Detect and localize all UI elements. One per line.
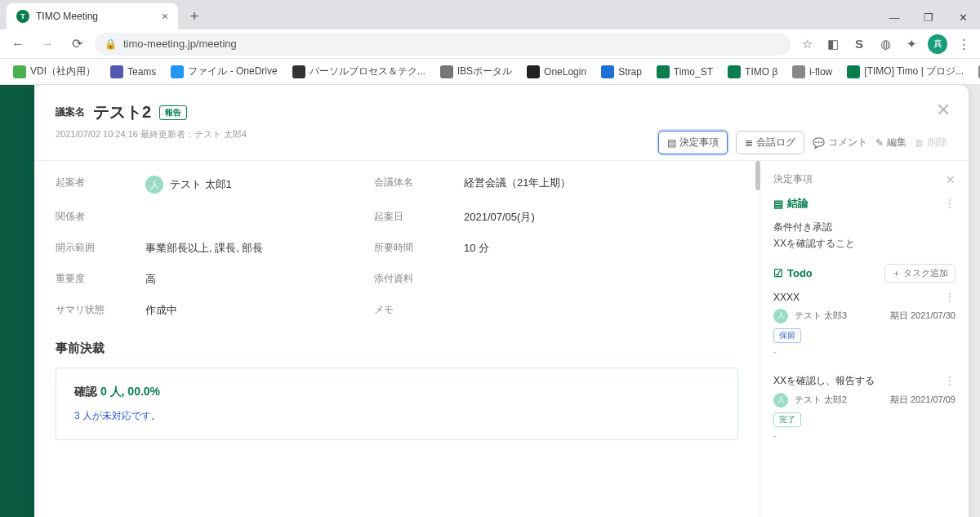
- add-task-button[interactable]: ＋ タスク追加: [884, 264, 956, 283]
- todo-heading: ☑ Todo: [773, 267, 813, 279]
- agenda-title: テスト2: [93, 101, 151, 123]
- report-badge: 報告: [159, 105, 187, 120]
- todo-item[interactable]: XXを確認し、報告する⋮人テスト 太郎2期日 2021/07/09完了-: [773, 374, 956, 450]
- extension-icon-2[interactable]: S: [849, 34, 869, 54]
- bookmark-item[interactable]: パーソルプロセス＆テク...: [287, 61, 430, 82]
- window-minimize-button[interactable]: —: [877, 5, 911, 29]
- todo-menu-icon[interactable]: ⋮: [944, 374, 956, 387]
- window-maximize-button[interactable]: ❐: [911, 5, 946, 29]
- window-close-button[interactable]: ✕: [946, 5, 980, 29]
- bookmark-favicon-icon: [601, 65, 614, 78]
- duration-value: 10 分: [464, 241, 738, 256]
- new-tab-button[interactable]: +: [183, 5, 206, 28]
- decision-items-button[interactable]: ▤ 決定事項: [658, 131, 728, 154]
- list-icon: ▤: [667, 137, 676, 149]
- bookmark-favicon-icon: [110, 65, 123, 78]
- panel-scrollbar[interactable]: [755, 161, 760, 190]
- bookmark-favicon-icon: [847, 65, 860, 78]
- url-input[interactable]: 🔒 timo-meeting.jp/meeting: [95, 33, 791, 56]
- bookmark-favicon-icon: [171, 65, 184, 78]
- bookmark-favicon-icon: [440, 65, 453, 78]
- todo-title: XXを確認し、報告する: [773, 374, 875, 388]
- conversation-log-button[interactable]: ≣ 会話ログ: [736, 131, 804, 154]
- nav-back-button[interactable]: ←: [7, 33, 29, 56]
- bookmark-label: OneLogin: [544, 66, 586, 78]
- bookmark-label: ファイル - OneDrive: [188, 65, 277, 78]
- bookmark-favicon-icon: [292, 65, 305, 78]
- delete-button[interactable]: 🗑 削除: [915, 136, 947, 149]
- user-avatar-icon: 人: [773, 309, 788, 323]
- bookmark-item[interactable]: IBSポータル: [435, 61, 517, 82]
- related-value: [145, 210, 358, 225]
- bookmark-favicon-icon: [657, 65, 670, 78]
- proposal-date-label: 起案日: [374, 210, 448, 225]
- conclusion-menu-icon[interactable]: ⋮: [944, 197, 956, 210]
- sidebar-item[interactable]: [0, 85, 34, 118]
- nav-forward-button[interactable]: →: [36, 33, 59, 56]
- url-text: timo-meeting.jp/meeting: [123, 38, 237, 50]
- comment-icon: 💬: [813, 137, 825, 149]
- proposal-date-value: 2021/07/05(月): [464, 210, 738, 225]
- todo-status-chip: 完了: [773, 412, 801, 427]
- log-icon: ≣: [745, 137, 753, 149]
- todo-menu-icon[interactable]: ⋮: [944, 291, 956, 304]
- bookmark-label: Teams: [127, 66, 156, 78]
- bookmark-label: [TIMO] Timo | プロジ...: [864, 65, 964, 78]
- favicon-icon: T: [16, 10, 29, 23]
- agenda-label: 議案名: [56, 105, 85, 119]
- close-icon[interactable]: ✕: [936, 100, 951, 121]
- nav-reload-button[interactable]: ⟳: [65, 33, 88, 56]
- predecision-title: 事前決裁: [56, 341, 738, 356]
- scope-label: 開示範囲: [56, 241, 129, 256]
- confirmation-count: 確認 0 人, 00.0%: [74, 385, 719, 399]
- conclusion-body: 条件付き承認 XXを確認すること: [773, 219, 956, 252]
- extensions-puzzle-icon[interactable]: ✦: [902, 34, 921, 54]
- side-panel: 決定事項 ✕ ▤ 結論 ⋮ 条件付き承認 XXを確認すること ☑: [760, 161, 969, 517]
- todo-item[interactable]: XXXX⋮人テスト 太郎3期日 2021/07/30保留-: [773, 291, 956, 366]
- bookmark-item[interactable]: i-flow: [787, 62, 837, 82]
- bookmark-favicon-icon: [728, 65, 741, 78]
- bookmark-label: VDI（社内用）: [30, 65, 96, 78]
- close-panel-icon[interactable]: ✕: [946, 173, 956, 186]
- bookmark-item[interactable]: Strap: [596, 62, 647, 82]
- bookmark-item[interactable]: OneLogin: [522, 62, 591, 82]
- pencil-icon: ✎: [875, 137, 884, 149]
- bookmark-item[interactable]: VDI（社内用）: [8, 61, 100, 82]
- priority-label: 重要度: [56, 272, 129, 287]
- memo-label: メモ: [374, 303, 448, 318]
- bookmark-item[interactable]: TIMO β: [723, 62, 782, 82]
- attachment-value: [464, 272, 738, 287]
- check-icon: ☑: [773, 267, 783, 279]
- related-label: 関係者: [56, 210, 129, 225]
- edit-button[interactable]: ✎ 編集: [875, 136, 906, 149]
- bookmark-item[interactable]: Timo_ST: [652, 62, 718, 82]
- profile-avatar-button[interactable]: 真: [928, 34, 947, 54]
- lock-icon: 🔒: [105, 38, 117, 50]
- bookmark-item[interactable]: HITOタレ: [973, 61, 980, 82]
- browser-tab[interactable]: T TIMO Meeting ×: [7, 3, 178, 29]
- bookmark-item[interactable]: ファイル - OneDrive: [166, 61, 282, 82]
- user-avatar-icon: 人: [145, 176, 163, 194]
- bookmark-favicon-icon: [13, 65, 26, 78]
- bookmark-favicon-icon: [792, 65, 805, 78]
- bookmark-label: TIMO β: [745, 66, 777, 78]
- bookmark-item[interactable]: [TIMO] Timo | プロジ...: [842, 61, 969, 82]
- doc-icon: ▤: [773, 198, 783, 210]
- extension-icon-3[interactable]: ◍: [875, 34, 895, 54]
- user-avatar-icon: 人: [773, 393, 788, 408]
- comment-button[interactable]: 💬 コメント: [813, 136, 867, 149]
- bookmark-label: Timo_ST: [674, 66, 713, 78]
- trash-icon: 🗑: [915, 137, 924, 149]
- browser-menu-icon[interactable]: ⋮: [954, 34, 973, 54]
- star-icon[interactable]: ☆: [797, 34, 817, 54]
- pending-link[interactable]: 3 人が未対応です。: [74, 409, 719, 423]
- bookmark-label: Strap: [618, 66, 642, 78]
- bookmark-item[interactable]: Teams: [105, 62, 161, 82]
- extension-icon-1[interactable]: ◧: [823, 34, 843, 54]
- tab-close-icon[interactable]: ×: [162, 10, 168, 23]
- scope-value: 事業部長以上, 課長, 部長: [145, 241, 358, 256]
- memo-value: [464, 303, 738, 318]
- meeting-body-value: 経営会議（21年上期）: [464, 176, 738, 194]
- app-viewport: ✕ 議案名 テスト2 報告 2021/07/02 10:24:16 最終更新者：…: [0, 85, 980, 517]
- creator-label: 起案者: [56, 176, 129, 194]
